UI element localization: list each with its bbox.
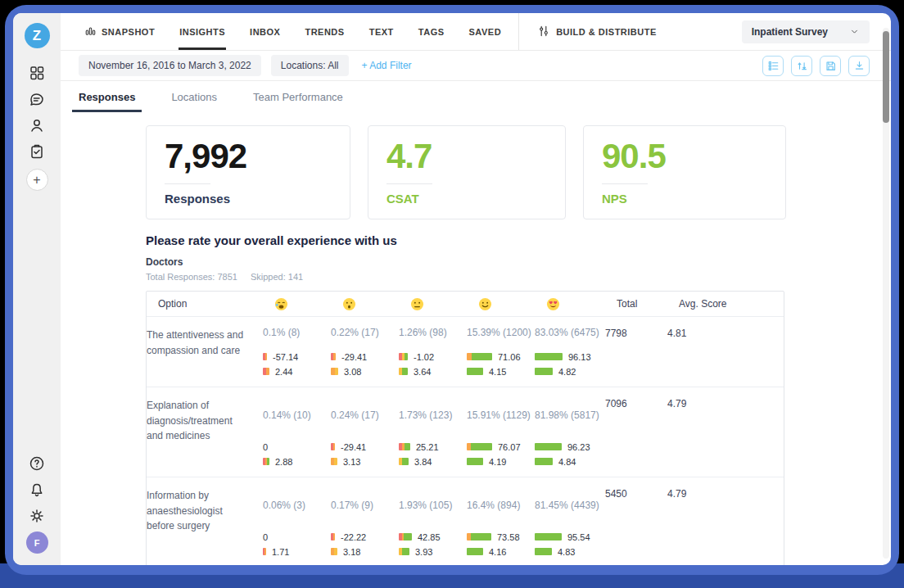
score-bar-line: 3.08 [331, 367, 399, 376]
filter-bar-actions [762, 56, 870, 76]
rating-cell: 81.98% (5817)96.234.84 [535, 397, 605, 466]
save-button[interactable] [820, 56, 841, 76]
content-area: 7,992Responses4.7CSAT90.5NPS Please rate… [61, 112, 891, 565]
percentage-value: 81.98% (5817) [535, 409, 605, 421]
rating-cell: 0.22% (17)-29.413.08 [331, 327, 399, 376]
score-bar-line: 4.82 [535, 367, 605, 376]
nps-value: 0 [263, 442, 268, 452]
cell-bars: 76.074.19 [467, 442, 535, 466]
top-nav: SNAPSHOTINSIGHTSINBOXTRENDSTEXTTAGSSAVED… [61, 13, 891, 51]
nav-item-insights[interactable]: INSIGHTS [167, 13, 237, 50]
metric-card-nps: 90.5NPS [583, 125, 786, 219]
percentage-value: 0.24% (17) [331, 409, 399, 421]
percentage-value: 83.03% (6475) [535, 327, 605, 338]
metric-value: 90.5 [602, 138, 767, 175]
main-area: SNAPSHOTINSIGHTSINBOXTRENDSTEXTTAGSSAVED… [61, 13, 891, 565]
percentage-value: 0.14% (10) [263, 409, 331, 421]
date-range-filter[interactable]: November 16, 2016 to March 3, 2022 [79, 55, 261, 76]
nav-item-inbox[interactable]: INBOX [237, 13, 292, 50]
score-mini-bar [535, 368, 553, 375]
nps-mini-bar [399, 533, 412, 541]
nps-value: 73.58 [497, 532, 520, 542]
sidebar-item-gear[interactable] [29, 509, 45, 526]
browser-frame: Z + F SNAPSHOTINSIGHTSINBOXTRENDSTEXTTAG… [5, 5, 899, 575]
clipboard-check-icon [29, 143, 45, 163]
metric-label: Responses [165, 192, 332, 206]
nps-bar-line: 71.06 [467, 352, 535, 361]
nav-item-snapshot[interactable]: SNAPSHOT [72, 13, 167, 50]
tab-responses[interactable]: Responses [79, 81, 135, 112]
nps-value: -1.02 [414, 352, 434, 362]
primary-nav: SNAPSHOTINSIGHTSINBOXTRENDSTEXTTAGSSAVED [72, 13, 513, 50]
sidebar-item-bell[interactable] [29, 483, 45, 500]
cell-bars: 96.134.82 [535, 352, 605, 376]
nps-value: -29.41 [341, 442, 366, 452]
score-mini-bar [331, 458, 337, 465]
score-bar-line: 2.44 [263, 367, 331, 376]
add-filter-link[interactable]: + Add Filter [362, 60, 412, 71]
total-value: 7096 [605, 397, 667, 466]
sidebar-item-clipboard-check[interactable] [29, 145, 45, 161]
survey-selector[interactable]: Inpatient Survey [742, 20, 870, 43]
column-header-option: Option [158, 298, 274, 310]
cell-bars: 25.213.84 [399, 442, 467, 466]
bell-icon [29, 482, 45, 501]
tab-locations[interactable]: Locations [171, 81, 217, 112]
score-value: 3.64 [414, 367, 431, 377]
score-mini-bar [535, 458, 553, 465]
column-header-avg-score: Avg. Score [679, 298, 784, 310]
nps-value: -29.41 [341, 352, 367, 362]
percentage-value: 0.06% (3) [263, 500, 331, 511]
scrollbar-thumb[interactable] [883, 31, 889, 123]
top-nav-spacer [670, 13, 742, 50]
cell-bars: 01.71 [263, 532, 331, 556]
nps-value: 95.54 [567, 532, 590, 542]
option-label: The attentiveness and compassion and car… [147, 327, 263, 376]
score-mini-bar [535, 548, 552, 555]
nps-value: 96.13 [568, 352, 591, 362]
nav-item-build-distribute[interactable]: BUILD & DISTRIBUTE [524, 13, 670, 50]
nav-item-tags[interactable]: TAGS [406, 13, 457, 50]
nps-bar-line: -22.22 [331, 532, 399, 541]
metric-divider [386, 183, 432, 184]
nav-item-label: TEXT [369, 27, 394, 37]
grid-icon [29, 65, 45, 84]
download-button[interactable] [848, 56, 870, 76]
score-value: 3.93 [415, 547, 432, 557]
rating-cell: 15.39% (1200)71.064.15 [467, 327, 535, 376]
list-view-button[interactable] [762, 56, 784, 76]
nps-mini-bar [535, 443, 562, 450]
cell-bars: -29.413.08 [331, 352, 399, 376]
score-mini-bar [399, 548, 409, 555]
locations-filter[interactable]: Locations: All [271, 55, 349, 76]
sidebar-utility-nav [29, 457, 45, 526]
sidebar-item-person[interactable] [29, 119, 45, 135]
nps-value: 76.07 [498, 442, 521, 452]
sidebar-item-help[interactable] [29, 457, 45, 473]
sidebar-item-grid[interactable] [29, 66, 45, 83]
resize-button[interactable] [791, 56, 812, 76]
tab-team-performance[interactable]: Team Performance [253, 81, 343, 112]
cell-bars: -29.413.13 [331, 442, 399, 466]
nav-item-label: SAVED [469, 27, 502, 37]
nav-item-text[interactable]: TEXT [357, 13, 406, 50]
zonka-logo[interactable]: Z [25, 23, 50, 48]
sidebar-item-chat[interactable] [29, 93, 45, 109]
percentage-value: 0.1% (8) [263, 327, 331, 338]
nav-item-trends[interactable]: TRENDS [292, 13, 356, 50]
nps-bar-line: -29.41 [331, 352, 399, 361]
nav-item-saved[interactable]: SAVED [457, 13, 514, 50]
percentage-value: 1.93% (105) [399, 500, 467, 511]
table-row: Information by anaesthesiologist before … [147, 477, 784, 565]
score-mini-bar [263, 368, 269, 375]
skipped-label: Skipped: 141 [251, 272, 303, 282]
user-avatar[interactable]: F [26, 531, 48, 554]
rating-cell: 81.45% (4439)95.544.83 [535, 487, 605, 556]
add-survey-button[interactable]: + [26, 169, 48, 191]
score-value: 4.82 [558, 367, 576, 377]
rating-cell: 0.06% (3)01.71 [263, 487, 331, 556]
save-icon [825, 60, 837, 72]
score-mini-bar [399, 458, 409, 465]
nps-mini-bar [331, 443, 335, 450]
cell-bars: -22.223.18 [331, 532, 399, 556]
